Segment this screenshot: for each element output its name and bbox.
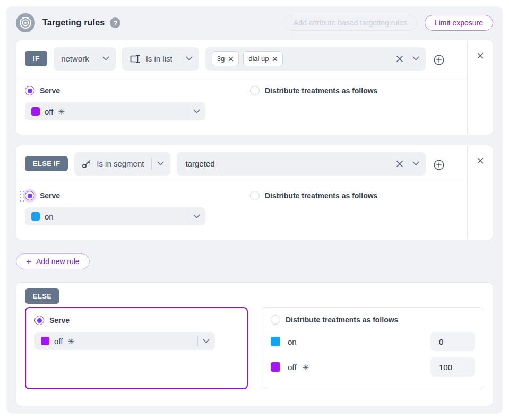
add-attribute-rules-button[interactable]: Add attribute based targeting rules — [283, 15, 417, 31]
value-chip: dial up — [243, 51, 283, 66]
select-divider — [151, 158, 152, 170]
serve-box: Serve off ✳ — [25, 307, 248, 389]
add-condition-button[interactable] — [432, 158, 446, 170]
value-chip: 3g — [212, 51, 239, 66]
serve-options-row: Serve Distribute treatments as follows — [25, 191, 459, 200]
serve-option: Serve — [25, 86, 250, 95]
treatment-select[interactable]: on — [25, 207, 205, 225]
rule-aside — [467, 145, 493, 240]
drag-handle[interactable] — [19, 189, 24, 203]
remove-chip-icon[interactable] — [228, 56, 234, 62]
chevron-down-icon — [102, 56, 109, 61]
distribute-radio[interactable] — [250, 86, 260, 95]
targeting-rules-page: Targeting rules ? Add attribute based ta… — [0, 0, 509, 420]
bullseye-icon — [19, 16, 32, 29]
treatment-name: on — [288, 337, 297, 346]
remove-rule-button[interactable] — [476, 50, 485, 62]
else-badge-row: ELSE — [25, 291, 484, 301]
default-rule-options: Serve off ✳ Distribute treatments as — [25, 307, 484, 389]
clear-values-icon[interactable] — [396, 55, 403, 63]
add-condition-button[interactable] — [432, 53, 446, 65]
distribution-row: on — [271, 332, 475, 351]
page-title: Targeting rules — [42, 18, 105, 28]
select-divider — [408, 53, 408, 65]
segment-select[interactable]: targeted — [177, 152, 426, 176]
serve-label: Serve — [40, 191, 60, 200]
distribute-option: Distribute treatments as follows — [250, 191, 377, 200]
chevron-down-icon — [157, 161, 164, 166]
condition-row: ELSE IF Is in segment targeted — [16, 145, 467, 182]
segment-key-icon — [82, 159, 91, 169]
serve-radio[interactable] — [25, 191, 34, 200]
matcher-select-value: Is in list — [146, 54, 172, 63]
distribute-label: Distribute treatments as follows — [286, 316, 398, 324]
select-divider — [408, 158, 408, 170]
serve-label: Serve — [40, 86, 60, 95]
else-if-badge: ELSE IF — [25, 156, 68, 171]
segment-select-value: targeted — [183, 159, 214, 168]
treatment-name: off — [54, 337, 63, 346]
chevron-down-icon — [203, 339, 210, 344]
matcher-select[interactable]: Is in list — [122, 47, 199, 71]
default-rule-card: ELSE Serve off ✳ — [16, 282, 493, 406]
treatment-color-swatch — [31, 107, 40, 116]
default-treatment-icon: ✳ — [302, 363, 309, 371]
distribute-radio[interactable] — [271, 315, 280, 325]
serve-option: Serve — [34, 316, 238, 325]
close-icon — [477, 157, 484, 164]
add-new-rule-label: Add new rule — [36, 257, 80, 266]
distribute-option: Distribute treatments as follows — [271, 315, 475, 325]
treatment-select[interactable]: off ✳ — [34, 332, 215, 350]
rule-main: IF network Is in list — [16, 40, 467, 135]
attribute-select[interactable]: network — [54, 47, 116, 71]
serve-option: Serve — [25, 191, 250, 200]
distribute-option: Distribute treatments as follows — [250, 86, 377, 95]
chevron-down-icon — [186, 56, 193, 61]
rule-card-else-if: ELSE IF Is in segment targeted — [16, 145, 493, 240]
distribution-row: off ✳ — [271, 357, 475, 377]
string-matcher-icon — [130, 55, 141, 63]
clear-segment-icon[interactable] — [396, 160, 403, 168]
chip-label: dial up — [248, 55, 269, 63]
remove-chip-icon[interactable] — [272, 56, 278, 62]
plus-icon: + — [26, 257, 31, 266]
close-icon — [477, 52, 484, 59]
distribute-label: Distribute treatments as follows — [265, 86, 377, 95]
help-icon[interactable]: ? — [110, 18, 120, 28]
serve-radio[interactable] — [34, 316, 44, 325]
plus-circle-icon — [433, 54, 445, 66]
list-values-input[interactable]: 3g dial up — [205, 47, 426, 71]
select-divider — [197, 336, 198, 346]
targeting-rules-icon — [16, 13, 35, 32]
treatment-select[interactable]: off ✳ — [25, 102, 205, 120]
rule-main: ELSE IF Is in segment targeted — [16, 145, 467, 240]
serve-options-row: Serve Distribute treatments as follows — [25, 86, 459, 95]
remove-rule-button[interactable] — [476, 155, 485, 167]
panel-header: Targeting rules ? Add attribute based ta… — [16, 13, 493, 32]
matcher-select[interactable]: Is in segment — [74, 152, 170, 176]
add-new-rule-button[interactable]: + Add new rule — [16, 253, 90, 269]
plus-circle-icon — [433, 159, 445, 171]
serve-area: Serve Distribute treatments as follows o… — [16, 182, 467, 240]
distribute-label: Distribute treatments as follows — [265, 191, 377, 200]
select-divider — [180, 53, 180, 65]
add-rule-row: + Add new rule — [16, 253, 493, 269]
distribute-box: Distribute treatments as follows on off … — [262, 307, 484, 389]
serve-radio[interactable] — [25, 86, 34, 95]
treatment-percentage-input[interactable] — [430, 332, 475, 351]
select-divider — [188, 211, 188, 222]
serve-area: Serve Distribute treatments as follows o… — [16, 77, 467, 135]
chevron-down-icon[interactable] — [412, 161, 419, 166]
default-treatment-icon: ✳ — [67, 337, 74, 345]
else-badge: ELSE — [25, 288, 59, 304]
treatment-percentage-input[interactable] — [430, 357, 475, 377]
serve-label: Serve — [49, 316, 70, 325]
matcher-select-value: Is in segment — [97, 159, 144, 168]
treatment-name: on — [45, 212, 54, 221]
chevron-down-icon[interactable] — [412, 56, 419, 61]
limit-exposure-button[interactable]: Limit exposure — [425, 15, 493, 31]
distribute-radio[interactable] — [250, 191, 260, 200]
targeting-rules-panel: Targeting rules ? Add attribute based ta… — [6, 6, 503, 414]
rule-aside — [467, 40, 493, 135]
if-badge: IF — [25, 51, 47, 66]
